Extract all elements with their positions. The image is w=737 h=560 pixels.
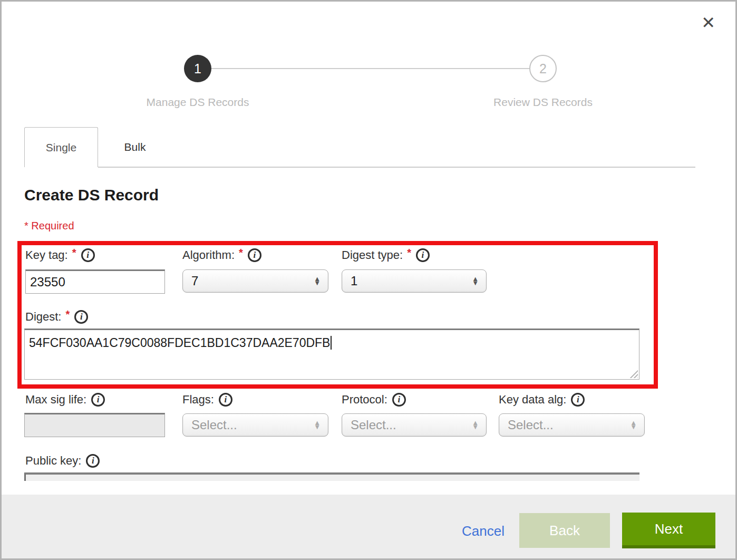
public-key-info-icon[interactable]: i [86, 454, 100, 468]
digest-type-select[interactable]: 1 ▲▼ [342, 269, 487, 293]
key-data-alg-label: Key data alg: i [499, 393, 585, 407]
required-asterisk: * [24, 220, 28, 231]
protocol-select[interactable]: Select... ▲▼ [342, 413, 487, 437]
required-note-text: Required [31, 220, 74, 231]
step-2-circle: 2 [529, 55, 557, 82]
page-title: Create DS Record [24, 186, 159, 204]
cancel-button[interactable]: Cancel [462, 523, 505, 539]
key-data-alg-label-text: Key data alg: [499, 393, 566, 407]
tab-single[interactable]: Single [24, 127, 98, 167]
text-cursor [331, 336, 332, 350]
protocol-label: Protocol: i [342, 393, 406, 407]
algorithm-label-text: Algorithm: [182, 248, 235, 262]
key-tag-required-asterisk: * [72, 247, 76, 259]
digest-label-text: Digest: [25, 310, 61, 324]
digest-textarea[interactable]: 54FCF030AA1C79C0088FDEC1BD1C37DAA2E70DFB [24, 329, 639, 380]
public-key-label: Public key: i [25, 454, 100, 468]
key-tag-label: Key tag: * i [25, 248, 95, 262]
digest-label: Digest: * i [25, 310, 88, 324]
flags-label: Flags: i [182, 393, 232, 407]
required-note: * Required [24, 220, 74, 232]
modal-footer: Cancel Back Next [2, 495, 735, 558]
digest-value: 54FCF030AA1C79C0088FDEC1BD1C37DAA2E70DFB [29, 336, 330, 350]
algorithm-required-asterisk: * [239, 247, 243, 259]
select-arrows-icon: ▲▼ [314, 421, 321, 429]
algorithm-label: Algorithm: * i [182, 248, 261, 262]
back-button[interactable]: Back [519, 513, 610, 548]
protocol-label-text: Protocol: [342, 393, 387, 407]
digest-type-label-text: Digest type: [342, 248, 403, 262]
protocol-info-icon[interactable]: i [392, 393, 406, 407]
algorithm-info-icon[interactable]: i [248, 248, 261, 262]
max-sig-life-label: Max sig life: i [25, 393, 105, 407]
algorithm-select[interactable]: 7 ▲▼ [182, 269, 328, 293]
select-arrows-icon: ▲▼ [472, 421, 479, 429]
digest-type-required-asterisk: * [407, 247, 411, 259]
stepper-connector-line [198, 68, 543, 69]
digest-type-label: Digest type: * i [342, 248, 430, 262]
resize-handle-icon[interactable] [629, 369, 638, 378]
protocol-select-value: Select... [351, 418, 396, 432]
tab-bulk[interactable]: Bulk [98, 127, 172, 167]
next-button[interactable]: Next [622, 513, 715, 548]
create-ds-record-modal: ✕ 1 2 Manage DS Records Review DS Record… [0, 0, 737, 560]
key-tag-label-text: Key tag: [25, 248, 68, 262]
key-tag-input[interactable] [25, 269, 165, 294]
key-data-alg-select-value: Select... [508, 418, 554, 432]
max-sig-life-label-text: Max sig life: [25, 393, 86, 407]
algorithm-select-value: 7 [191, 274, 198, 288]
step-2-label: Review DS Records [459, 96, 627, 109]
max-sig-life-input[interactable] [24, 413, 165, 437]
digest-required-asterisk: * [65, 308, 70, 321]
public-key-label-text: Public key: [25, 454, 81, 468]
select-arrows-icon: ▲▼ [630, 421, 637, 429]
close-icon[interactable]: ✕ [701, 14, 715, 31]
flags-select[interactable]: Select... ▲▼ [182, 413, 328, 437]
flags-info-icon[interactable]: i [219, 393, 232, 407]
flags-label-text: Flags: [182, 393, 214, 407]
public-key-textarea[interactable] [24, 472, 639, 481]
tab-divider [98, 167, 695, 168]
digest-type-info-icon[interactable]: i [416, 248, 430, 262]
flags-select-value: Select... [191, 418, 237, 432]
select-arrows-icon: ▲▼ [314, 277, 321, 285]
select-arrows-icon: ▲▼ [472, 277, 479, 285]
key-tag-info-icon[interactable]: i [81, 248, 95, 262]
key-data-alg-info-icon[interactable]: i [571, 393, 585, 407]
step-1-label: Manage DS Records [113, 96, 282, 109]
step-1-circle: 1 [184, 55, 211, 82]
digest-info-icon[interactable]: i [74, 310, 88, 324]
digest-type-select-value: 1 [351, 274, 357, 288]
max-sig-life-info-icon[interactable]: i [91, 393, 105, 407]
key-data-alg-select[interactable]: Select... ▲▼ [499, 413, 645, 437]
